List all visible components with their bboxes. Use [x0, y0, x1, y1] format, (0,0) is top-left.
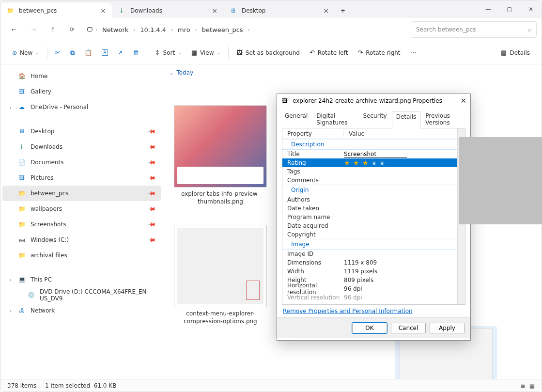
breadcrumb-network[interactable]: Network: [99, 25, 131, 34]
navbar: ← → ↑ ⟳ 🖵 › Network › 10.1.4.4 › mro › b…: [0, 18, 542, 41]
group-today[interactable]: ⌄Today: [170, 69, 535, 76]
paste-button[interactable]: 📋: [79, 45, 97, 61]
nav-this-pc[interactable]: 💻This PC: [2, 272, 161, 287]
row-title[interactable]: Title: [282, 150, 457, 158]
thumbnails-view-button[interactable]: ▦: [529, 382, 535, 389]
desktop-icon: 🖥: [229, 7, 237, 15]
nav-downloads[interactable]: ⭳Downloads📌: [2, 139, 161, 155]
tab-security[interactable]: Security: [359, 110, 390, 128]
row-copyright[interactable]: Copyright: [282, 230, 457, 239]
dialog-titlebar[interactable]: 🖼 explorer-24h2-create-archive-wizard.pn…: [277, 94, 470, 108]
nav-archival[interactable]: 📁archival files: [2, 248, 161, 263]
close-button[interactable]: ✕: [520, 0, 542, 18]
view-button[interactable]: ▦ View ⌄: [186, 45, 225, 61]
nav-desktop[interactable]: 🖥Desktop📌: [2, 124, 161, 139]
row-rating[interactable]: Rating★ ★ ★ ★ ★: [282, 158, 457, 167]
tab-desktop[interactable]: 🖥 Desktop ×: [223, 3, 335, 18]
apply-button[interactable]: Apply: [430, 323, 465, 333]
nav-dvd[interactable]: 💿DVD Drive (D:) CCCOMA_X64FRE_EN-US_DV9: [2, 287, 161, 303]
scrollbar-thumb[interactable]: [459, 137, 542, 224]
chevron-icon[interactable]: ›: [248, 27, 250, 32]
tab-close-icon[interactable]: ×: [212, 7, 217, 15]
cancel-button[interactable]: Cancel: [391, 323, 426, 333]
scrollbar[interactable]: [457, 128, 465, 304]
row-image-id[interactable]: Image ID: [282, 250, 457, 258]
breadcrumb[interactable]: 🖵 › Network › 10.1.4.4 › mro › between_p…: [83, 21, 409, 38]
tab-details[interactable]: Details: [392, 111, 421, 128]
pictures-icon: 🖼: [18, 174, 26, 182]
ok-button[interactable]: OK: [352, 323, 387, 333]
search-placeholder: Search between_pcs: [416, 26, 476, 33]
back-button[interactable]: ←: [5, 21, 23, 38]
new-button[interactable]: ⊕New⌄: [7, 45, 44, 61]
remove-properties-link[interactable]: Remove Properties and Personal Informati…: [277, 305, 470, 317]
maximize-button[interactable]: ▢: [499, 0, 520, 18]
breadcrumb-ip[interactable]: 10.1.4.4: [137, 25, 169, 34]
refresh-button[interactable]: ⟳: [63, 21, 81, 38]
pin-icon: 📌: [147, 142, 156, 151]
documents-icon: 📄: [18, 158, 26, 166]
tab-between-pcs[interactable]: 📁 between_pcs ×: [0, 3, 112, 18]
delete-button[interactable]: 🗑: [128, 45, 144, 61]
rotate-left-button[interactable]: ↶ Rotate left: [305, 45, 353, 61]
set-background-button[interactable]: 🖼 Set as background: [232, 45, 305, 61]
tab-close-icon[interactable]: ×: [323, 7, 329, 15]
file-item[interactable]: context-menu-explorer-compression-option…: [170, 225, 271, 325]
chevron-icon[interactable]: ›: [171, 27, 173, 32]
new-tab-button[interactable]: +: [335, 3, 351, 18]
grid-header[interactable]: Property Value: [282, 128, 457, 139]
tab-close-icon[interactable]: ×: [100, 7, 106, 15]
forward-button[interactable]: →: [25, 21, 42, 38]
row-dimensions[interactable]: Dimensions1119 x 809: [282, 258, 457, 267]
titlebar: 📁 between_pcs × ⭳ Downloads × 🖥 Desktop …: [0, 0, 542, 18]
up-button[interactable]: ↑: [44, 21, 62, 38]
rename-button[interactable]: 🄰: [97, 45, 113, 61]
header-value: Value: [344, 130, 370, 137]
rotate-right-button[interactable]: ↷ Rotate right: [353, 45, 405, 61]
nav-screenshots[interactable]: 📁Screenshots📌: [2, 217, 161, 232]
tab-previous-versions[interactable]: Previous Versions: [421, 110, 466, 128]
file-item[interactable]: explorer-tabs-info-preview-thumbnails.pn…: [170, 105, 271, 205]
share-button[interactable]: ↗: [113, 45, 128, 61]
nav-network[interactable]: 🖧Network: [2, 303, 161, 318]
nav-home[interactable]: 🏠Home: [2, 68, 161, 84]
cut-button[interactable]: ✂: [50, 45, 65, 61]
row-tags[interactable]: Tags: [282, 167, 457, 176]
row-authors[interactable]: Authors: [282, 195, 457, 204]
sort-button[interactable]: ↕ Sort ⌄: [150, 45, 186, 61]
breadcrumb-mro[interactable]: mro: [175, 25, 193, 34]
title-input[interactable]: [344, 151, 407, 158]
tab-digital-signatures[interactable]: Digital Signatures: [312, 110, 358, 128]
row-hres[interactable]: Horizontal resolution96 dpi: [282, 284, 457, 293]
nav-documents[interactable]: 📄Documents📌: [2, 155, 161, 170]
copy-button[interactable]: ⧉: [65, 45, 79, 61]
nav-windows-c[interactable]: 🖴Windows (C:)📌: [2, 232, 161, 248]
more-button[interactable]: ⋯: [405, 45, 421, 61]
breadcrumb-between-pcs[interactable]: between_pcs: [199, 25, 246, 34]
row-program-name[interactable]: Program name: [282, 213, 457, 221]
nav-gallery[interactable]: 🖼Gallery: [2, 84, 161, 99]
nav-onedrive[interactable]: ☁OneDrive - Personal: [2, 99, 161, 115]
minimize-button[interactable]: —: [478, 0, 499, 18]
nav-wallpapers[interactable]: 📁wallpapers📌: [2, 201, 161, 217]
details-view-button[interactable]: ≣: [521, 382, 526, 389]
chevron-icon[interactable]: ›: [95, 27, 97, 32]
tab-downloads[interactable]: ⭳ Downloads ×: [112, 3, 223, 18]
row-width[interactable]: Width1119 pixels: [282, 267, 457, 276]
row-vres[interactable]: Vertical resolution96 dpi: [282, 293, 457, 302]
chevron-icon[interactable]: ›: [133, 27, 135, 32]
dialog-title: explorer-24h2-create-archive-wizard.png …: [293, 97, 442, 104]
row-date-taken[interactable]: Date taken: [282, 204, 457, 213]
search-box[interactable]: Search between_pcs ⌕: [411, 21, 537, 38]
row-comments[interactable]: Comments: [282, 176, 457, 185]
chevron-icon[interactable]: ›: [195, 27, 197, 32]
nav-pictures[interactable]: 🖼Pictures📌: [2, 170, 161, 186]
dialog-tabs: General Digital Signatures Security Deta…: [277, 108, 470, 128]
details-pane-button[interactable]: ▤ Details: [496, 45, 535, 61]
tab-general[interactable]: General: [281, 110, 311, 128]
row-date-acquired[interactable]: Date acquired: [282, 221, 457, 230]
rating-stars[interactable]: ★ ★ ★ ★ ★: [344, 159, 457, 167]
nav-between-pcs[interactable]: 📁between_pcs📌: [2, 186, 161, 201]
dialog-close-button[interactable]: ✕: [460, 96, 466, 105]
search-icon[interactable]: ⌕: [528, 26, 531, 33]
